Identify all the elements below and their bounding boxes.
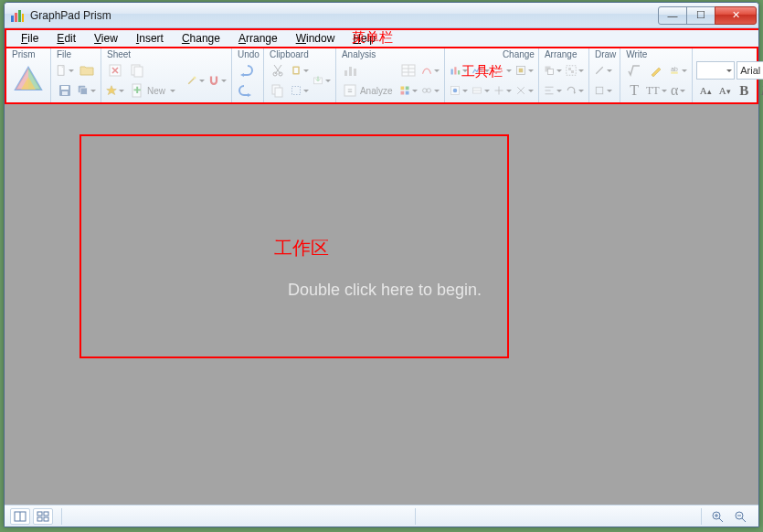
analyze-button[interactable]: ≡Analyze [340,81,397,100]
menu-file[interactable]: File [12,31,48,46]
new-file-icon[interactable] [55,61,75,80]
italic-icon[interactable]: I [754,81,763,100]
svg-rect-74 [37,512,42,516]
svg-point-51 [453,89,458,93]
write-T-icon[interactable]: T [624,81,644,100]
sheet-star-icon[interactable] [105,81,125,100]
menu-edit[interactable]: Edit [48,31,85,46]
zoom-in-icon[interactable] [707,508,727,525]
menu-view[interactable]: View [85,31,127,46]
svg-rect-33 [349,67,352,76]
minimize-button[interactable]: — [658,6,687,25]
undo-icon[interactable] [236,61,256,80]
svg-rect-69 [596,87,603,94]
group-title-draw: Draw [593,48,616,60]
change-5-icon[interactable] [449,81,469,100]
window-controls: — ☐ ✕ [659,6,757,25]
prism-button[interactable] [10,62,47,99]
svg-rect-0 [11,16,14,22]
analysis-grid-icon[interactable] [398,81,419,100]
menu-insert[interactable]: Insert [127,31,173,46]
group-title-write: Write [624,48,688,60]
menu-window[interactable]: Window [287,31,344,46]
sheet-x-icon[interactable] [105,61,125,80]
group-title-arrange: Arrange [543,48,585,60]
svg-rect-76 [37,517,42,521]
workspace[interactable]: 工作区 Double click here to begin. [5,104,758,505]
draw-line-icon[interactable] [593,61,613,80]
maximize-button[interactable]: ☐ [686,6,715,25]
svg-rect-75 [44,512,48,516]
change-7-icon[interactable] [493,81,513,100]
group-title-analysis: Analysis [340,48,440,60]
arrange-front-icon[interactable] [543,61,563,80]
group-draw: Draw [589,48,620,102]
group-text: Text Arial A▴ A▾ B I U x2 [693,48,763,102]
group-prism: Prism [6,48,51,102]
menu-change[interactable]: Change [173,31,229,46]
arrange-rotate-icon[interactable] [565,81,585,100]
cut-icon[interactable] [268,61,288,80]
svg-text:ab: ab [671,66,678,72]
begin-text[interactable]: Double click here to begin. [288,281,482,300]
annotation-workspace: 工作区 [274,236,329,261]
save-icon[interactable] [55,81,75,100]
font-size-select[interactable] [696,61,735,80]
font-grow-icon[interactable]: A▴ [696,81,715,100]
svg-rect-60 [547,69,553,75]
write-TT-icon[interactable]: TT [646,81,666,100]
copy-icon[interactable] [268,81,288,100]
font-shrink-icon[interactable]: A▾ [715,81,734,100]
clip-export-icon[interactable] [312,71,332,90]
group-title-file: File [55,48,97,60]
arrange-align-icon[interactable] [543,81,563,100]
write-highlight-icon[interactable]: ab [668,61,688,80]
svg-rect-17 [134,67,143,77]
status-view1-icon[interactable] [10,508,30,525]
zoom-out-icon[interactable] [730,508,750,525]
svg-rect-42 [406,87,409,90]
write-sqrt-icon[interactable] [624,61,644,80]
bold-icon[interactable]: B [735,81,753,100]
clip-select-icon[interactable] [290,81,310,100]
sheet-dup-icon[interactable] [127,61,147,80]
svg-rect-66 [571,70,574,73]
analysis-table-icon[interactable] [398,61,419,80]
change-8-icon[interactable] [514,81,535,100]
draw-shape-icon[interactable] [593,81,613,100]
status-view2-icon[interactable] [33,508,53,525]
close-button[interactable]: ✕ [715,6,757,25]
annotation-toolbar: 工具栏 [461,63,503,80]
new-sheet-button[interactable]: ✚New [127,81,184,100]
group-undo: Undo [232,48,264,102]
arrange-group-icon[interactable] [565,61,585,80]
analysis-curve-icon[interactable] [420,61,440,80]
redo-icon[interactable] [236,81,256,100]
analysis-link-icon[interactable] [420,81,440,100]
svg-rect-34 [354,69,356,76]
svg-text:≡: ≡ [347,86,352,95]
svg-marker-22 [240,73,244,77]
write-alpha-icon[interactable]: α [668,81,688,100]
open-folder-icon[interactable] [77,61,97,80]
font-name-select[interactable]: Arial [737,61,763,80]
svg-line-83 [742,518,746,522]
svg-rect-2 [18,10,21,22]
status-sep3 [701,508,702,525]
save-all-icon[interactable] [77,81,97,100]
wand-icon[interactable] [185,71,206,90]
change-4-icon[interactable] [514,61,535,80]
analysis-bars-icon[interactable] [340,61,360,80]
paste-icon[interactable] [290,61,310,80]
change-6-icon[interactable] [471,81,491,100]
titlebar: GraphPad Prism — ☐ ✕ [5,3,758,28]
svg-rect-43 [400,91,404,95]
write-pencil-icon[interactable] [646,61,666,80]
toolbar: Prism File [6,48,757,102]
svg-rect-30 [291,87,300,95]
menu-arrange[interactable]: Arrange [229,31,287,46]
group-sheet: Sheet ✚New [101,48,232,102]
svg-rect-44 [406,91,409,95]
magnet-icon[interactable] [207,71,228,90]
group-clipboard: Clipboard [264,48,336,102]
